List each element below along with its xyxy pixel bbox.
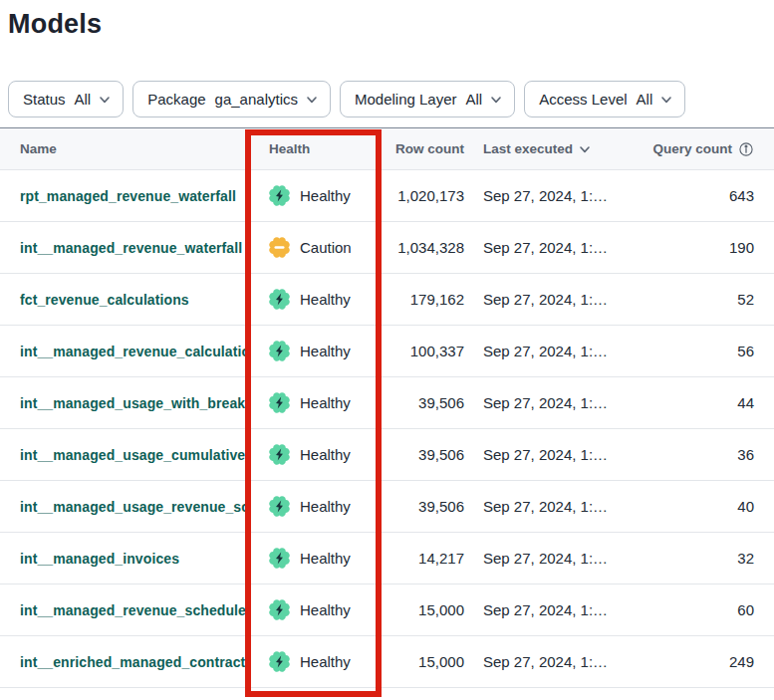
health-label: Healthy xyxy=(300,653,351,670)
health-status-icon xyxy=(269,651,290,672)
health-label: Caution xyxy=(300,239,352,256)
health-status-icon xyxy=(269,496,290,517)
health-cell: Healthy xyxy=(251,444,381,465)
row-count-value: 15,000 xyxy=(381,601,464,618)
table-row: int__managed_usage_revenue_sc… Healthy 3… xyxy=(0,481,774,533)
query-count-value: 32 xyxy=(638,550,774,567)
health-label: Healthy xyxy=(300,187,351,204)
health-label: Healthy xyxy=(300,446,351,463)
column-header-row-count[interactable]: Row count xyxy=(381,141,464,156)
health-cell: Healthy xyxy=(251,185,381,206)
model-name-cell: int__managed_invoices xyxy=(0,550,251,567)
query-count-value: 190 xyxy=(638,239,774,256)
last-executed-value: Sep 27, 2024, 1:… xyxy=(464,394,638,411)
chevron-down-icon xyxy=(491,97,501,104)
chevron-down-icon xyxy=(100,97,110,104)
column-header-query-count-label: Query count xyxy=(652,141,732,156)
filter-status-label: Status xyxy=(23,91,66,108)
table-row: fct_revenue_calculations Healthy 179,162… xyxy=(0,274,774,326)
row-count-value: 15,000 xyxy=(381,653,464,670)
filter-status[interactable]: Status All xyxy=(8,81,124,117)
row-count-value: 39,506 xyxy=(381,446,464,463)
column-header-health[interactable]: Health xyxy=(251,141,381,156)
health-label: Healthy xyxy=(300,343,351,359)
health-label: Healthy xyxy=(300,291,351,308)
column-header-name[interactable]: Name xyxy=(0,141,251,156)
health-cell: Healthy xyxy=(251,289,381,310)
chevron-down-icon xyxy=(307,97,317,104)
model-name-link[interactable]: int__enriched_managed_contracts xyxy=(20,654,251,670)
health-status-icon xyxy=(269,392,290,413)
table-row: int__managed_usage_with_breaka… Healthy … xyxy=(0,377,774,429)
last-executed-value: Sep 27, 2024, 1:… xyxy=(464,653,638,670)
column-header-query-count[interactable]: Query count xyxy=(638,141,774,157)
model-name-link[interactable]: rpt_managed_revenue_waterfall xyxy=(20,188,236,204)
filter-modeling-layer-label: Modeling Layer xyxy=(355,91,457,108)
health-label: Healthy xyxy=(300,498,351,515)
table-row: int__managed_revenue_waterfall Caution 1… xyxy=(0,222,774,274)
model-name-link[interactable]: int__managed_usage_revenue_sc… xyxy=(20,499,251,515)
row-count-value: 39,506 xyxy=(381,498,464,515)
health-status-icon xyxy=(269,237,290,258)
filter-package-label: Package xyxy=(147,91,205,108)
query-count-value: 52 xyxy=(638,291,774,308)
health-cell: Healthy xyxy=(251,651,381,672)
model-name-link[interactable]: int__managed_revenue_schedule_… xyxy=(20,602,251,618)
health-status-icon xyxy=(269,548,290,569)
health-status-icon xyxy=(269,444,290,465)
health-label: Healthy xyxy=(300,394,351,411)
models-table: Name Health Row count Last executed Quer… xyxy=(0,127,774,688)
filter-package-value: ga_analytics xyxy=(215,91,298,108)
model-name-link[interactable]: int__managed_revenue_calculations xyxy=(20,344,251,359)
model-name-link[interactable]: int__managed_usage_cumulative_… xyxy=(20,447,251,463)
model-name-cell: int__enriched_managed_contracts xyxy=(0,653,251,670)
filter-bar: Status All Package ga_analytics Modeling… xyxy=(8,81,774,117)
model-name-cell: rpt_managed_revenue_waterfall xyxy=(0,187,251,204)
filter-modeling-layer[interactable]: Modeling Layer All xyxy=(340,81,515,117)
column-header-last-executed-label: Last executed xyxy=(483,141,573,156)
last-executed-value: Sep 27, 2024, 1:… xyxy=(464,187,638,204)
last-executed-value: Sep 27, 2024, 1:… xyxy=(464,446,638,463)
table-row: int__managed_revenue_schedule_… Healthy … xyxy=(0,584,774,636)
model-name-link[interactable]: fct_revenue_calculations xyxy=(20,292,189,308)
last-executed-value: Sep 27, 2024, 1:… xyxy=(464,343,638,359)
model-name-cell: int__managed_revenue_schedule_… xyxy=(0,601,251,618)
model-name-link[interactable]: int__managed_invoices xyxy=(20,551,179,567)
page-title: Models xyxy=(8,8,774,40)
query-count-value: 44 xyxy=(638,394,774,411)
row-count-value: 100,337 xyxy=(381,343,464,359)
model-name-cell: int__managed_revenue_calculations xyxy=(0,343,251,359)
health-status-icon xyxy=(269,185,290,206)
table-row: int__managed_invoices Healthy 14,217 Sep… xyxy=(0,533,774,584)
table-row: int__managed_revenue_calculations Health… xyxy=(0,326,774,377)
model-name-link[interactable]: int__managed_usage_with_breaka… xyxy=(20,395,251,411)
row-count-value: 39,506 xyxy=(381,394,464,411)
model-name-cell: fct_revenue_calculations xyxy=(0,291,251,308)
info-circle-icon[interactable] xyxy=(738,141,754,157)
filter-access-level[interactable]: Access Level All xyxy=(524,81,685,117)
column-header-last-executed[interactable]: Last executed xyxy=(464,141,638,156)
model-name-link[interactable]: int__managed_revenue_waterfall xyxy=(20,240,242,256)
health-status-icon xyxy=(269,289,290,310)
chevron-down-icon xyxy=(661,97,671,104)
filter-modeling-layer-value: All xyxy=(466,91,483,108)
filter-package[interactable]: Package ga_analytics xyxy=(132,81,331,117)
filter-access-level-value: All xyxy=(637,91,653,108)
sort-chevron-down-icon xyxy=(580,146,590,153)
row-count-value: 1,020,173 xyxy=(381,187,464,204)
table-body: rpt_managed_revenue_waterfall Healthy 1,… xyxy=(0,170,774,688)
query-count-value: 36 xyxy=(638,446,774,463)
health-cell: Healthy xyxy=(251,341,381,361)
table-row: rpt_managed_revenue_waterfall Healthy 1,… xyxy=(0,170,774,222)
health-cell: Healthy xyxy=(251,392,381,413)
model-name-cell: int__managed_revenue_waterfall xyxy=(0,239,251,256)
row-count-value: 1,034,328 xyxy=(381,239,464,256)
last-executed-value: Sep 27, 2024, 1:… xyxy=(464,239,638,256)
model-name-cell: int__managed_usage_revenue_sc… xyxy=(0,498,251,515)
last-executed-value: Sep 27, 2024, 1:… xyxy=(464,550,638,567)
health-label: Healthy xyxy=(300,550,351,567)
models-page: Models Status All Package ga_analytics M… xyxy=(0,8,774,700)
query-count-value: 60 xyxy=(638,601,774,618)
query-count-value: 40 xyxy=(638,498,774,515)
filter-status-value: All xyxy=(75,91,92,108)
